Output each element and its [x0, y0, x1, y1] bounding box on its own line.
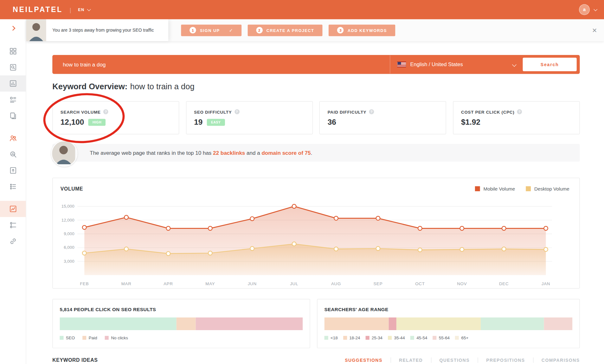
svg-text:AUG: AUG [331, 281, 341, 286]
app: NEILPATEL | EN a You are 3 steps away fr… [0, 0, 604, 364]
svg-text:6,000: 6,000 [64, 245, 74, 250]
age-swatch [343, 336, 347, 340]
bar-segment-25-34 [389, 317, 396, 330]
sidebar-item-content-ideas[interactable] [0, 108, 26, 124]
svg-text:JAN: JAN [542, 281, 550, 286]
chevron-down-icon [87, 7, 91, 11]
bar-segment-45-54 [481, 317, 544, 330]
age-swatch [365, 336, 369, 340]
banner-message: You are 3 steps away from growing your S… [46, 27, 160, 33]
bar-segment-35-44 [396, 317, 481, 330]
step-number: 2 [256, 27, 263, 34]
page-title: Keyword Overview:how to train a dog [52, 82, 194, 91]
sidebar-item-traffic-analyzer[interactable] [0, 146, 26, 162]
sidebar-item-import[interactable] [0, 162, 26, 179]
neil-avatar [51, 141, 78, 167]
sidebar-item-backlinks[interactable] [0, 217, 26, 233]
svg-text:JUL: JUL [290, 281, 298, 286]
bar-segment-55-64 [544, 317, 572, 330]
paid-swatch [82, 336, 86, 340]
user-avatar[interactable]: a [579, 4, 590, 15]
svg-text:15,000: 15,000 [61, 204, 74, 209]
keyword-ideas-tabs: SUGGESTIONS RELATED QUESTIONS PREPOSITIO… [337, 357, 580, 363]
metric-cards: SEARCH VOLUME? 12,100 HIGH SEO DIFFICULT… [52, 101, 580, 135]
users-icon [9, 134, 17, 142]
main-content: how to train a dog English / United Stat… [52, 19, 580, 364]
sidebar-item-keyword-analysis[interactable] [0, 75, 26, 91]
tab-questions[interactable]: QUESTIONS [431, 358, 478, 362]
legend-desktop-volume: Desktop Volume [526, 186, 569, 191]
seo-clicks-card: 5,814 PEOPLE CLICK ON SEO RESULTS SEO Pa… [52, 299, 310, 348]
svg-text:JUN: JUN [248, 281, 257, 286]
dashboard-icon [9, 47, 17, 55]
search-page-icon [9, 64, 17, 71]
sidebar-item-keyword-overview[interactable] [0, 59, 26, 75]
chevron-right-icon [10, 26, 15, 30]
svg-text:DEC: DEC [499, 281, 509, 286]
language-menu[interactable]: EN [78, 7, 90, 12]
age-swatch [455, 336, 459, 340]
cpc-card: COST PER CLICK (CPC)? $1.92 [453, 101, 580, 135]
cpc-value: $1.92 [461, 118, 480, 127]
step-add-keywords[interactable]: 3 ADD KEYWORDS [329, 24, 395, 36]
step-number: 1 [190, 27, 196, 34]
backlinks-link[interactable]: 22 backlinks [213, 150, 245, 156]
sidebar-item-keyword-ideas[interactable] [0, 91, 26, 108]
status-badge: EASY [207, 119, 225, 126]
list-bullets-icon [9, 183, 17, 190]
sidebar-item-outreach[interactable] [0, 233, 26, 249]
tab-prepositions[interactable]: PREPOSITIONS [478, 358, 533, 362]
close-icon[interactable]: ✕ [591, 26, 598, 35]
neil-photo [26, 19, 46, 41]
age-swatch [324, 336, 328, 340]
domain-score-link[interactable]: domain score of 75 [261, 150, 311, 156]
chart-title: VOLUME [61, 186, 83, 191]
tab-suggestions[interactable]: SUGGESTIONS [337, 358, 391, 362]
banner-message-card: You are 3 steps away from growing your S… [26, 19, 169, 41]
paid-difficulty-value: 36 [328, 118, 336, 127]
line-chart-icon [9, 205, 17, 213]
keyword-ideas-header: KEYWORD IDEAS SUGGESTIONS RELATED QUESTI… [52, 357, 580, 363]
bar-segment-18-24 [324, 317, 389, 330]
sidebar-item-traffic-overview[interactable] [0, 201, 26, 217]
search-volume-card: SEARCH VOLUME? 12,100 HIGH [52, 101, 179, 135]
step-sign-up[interactable]: 1 SIGN UP ✓ [181, 24, 241, 36]
help-icon[interactable]: ? [369, 109, 374, 114]
step-create-project[interactable]: 2 CREATE A PROJECT [247, 24, 323, 36]
help-icon[interactable]: ? [235, 109, 240, 114]
onboarding-banner: You are 3 steps away from growing your S… [26, 19, 604, 41]
seo-clicks-legend: SEO Paid No clicks [60, 336, 303, 340]
chart-legend: Mobile Volume Desktop Volume [475, 186, 569, 191]
age-swatch [388, 336, 392, 340]
status-badge: HIGH [88, 119, 106, 126]
brand-logo[interactable]: NEILPATEL [13, 5, 63, 14]
link-icon [9, 237, 17, 245]
sidebar-item-dashboard[interactable] [0, 43, 26, 59]
sidebar-item-keyword-lists[interactable] [0, 179, 26, 195]
legend-mobile-volume: Mobile Volume [475, 186, 515, 191]
language-select[interactable]: English / United States [390, 55, 523, 73]
seo-clicks-bar [60, 317, 303, 330]
help-icon[interactable]: ? [517, 109, 522, 114]
bar-segment-no-clicks [196, 317, 303, 330]
sidebar-item-competitor-analysis[interactable] [0, 130, 26, 146]
seo-difficulty-value: 19 [194, 118, 202, 127]
language-value: English / United States [410, 61, 463, 67]
svg-text:12,000: 12,000 [61, 218, 74, 223]
chevron-down-icon[interactable] [594, 7, 597, 11]
svg-text:FEB: FEB [80, 281, 89, 286]
search-input[interactable]: how to train a dog [53, 61, 390, 67]
insight-text: The average web page that ranks in the t… [90, 150, 312, 156]
sidebar [0, 19, 26, 364]
help-icon[interactable]: ? [103, 109, 108, 114]
sidebar-expand-button[interactable] [0, 19, 26, 37]
search-button[interactable]: Search [523, 58, 577, 71]
page-title-keyword: how to train a dog [130, 82, 195, 91]
svg-text:SEP: SEP [373, 281, 382, 286]
age-range-bar [324, 317, 573, 330]
step-number: 3 [337, 27, 344, 34]
tab-comparisons[interactable]: COMPARISONS [533, 358, 580, 362]
tab-related[interactable]: RELATED [391, 358, 431, 362]
chevron-down-icon [512, 62, 517, 67]
mobile-swatch [475, 186, 480, 191]
